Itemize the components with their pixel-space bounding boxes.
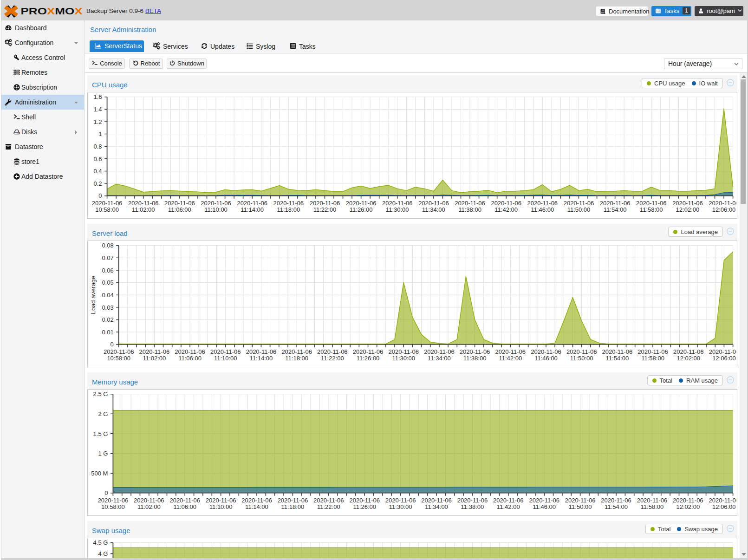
svg-text:11:22:00: 11:22:00 bbox=[321, 355, 344, 362]
svg-text:11:50:00: 11:50:00 bbox=[570, 355, 593, 362]
svg-text:11:30:00: 11:30:00 bbox=[386, 206, 409, 213]
svg-text:4.5 G: 4.5 G bbox=[93, 539, 108, 546]
svg-text:11:34:00: 11:34:00 bbox=[428, 355, 451, 362]
svg-text:11:34:00: 11:34:00 bbox=[422, 206, 445, 213]
svg-text:0.01: 0.01 bbox=[102, 329, 113, 336]
svg-text:11:14:00: 11:14:00 bbox=[241, 206, 264, 213]
svg-text:11:06:00: 11:06:00 bbox=[173, 503, 196, 510]
svg-text:11:58:00: 11:58:00 bbox=[641, 503, 664, 510]
svg-text:11:18:00: 11:18:00 bbox=[277, 206, 300, 213]
svg-text:12:06:00: 12:06:00 bbox=[712, 503, 736, 510]
svg-text:0.07: 0.07 bbox=[102, 254, 113, 261]
svg-text:11:42:00: 11:42:00 bbox=[494, 206, 518, 213]
svg-text:1.5 G: 1.5 G bbox=[93, 430, 108, 437]
svg-text:11:02:00: 11:02:00 bbox=[132, 206, 155, 213]
svg-text:2.5 G: 2.5 G bbox=[93, 391, 108, 397]
svg-text:11:10:00: 11:10:00 bbox=[214, 355, 237, 362]
svg-text:11:58:00: 11:58:00 bbox=[641, 355, 664, 362]
svg-text:0.08: 0.08 bbox=[102, 242, 113, 249]
svg-text:11:50:00: 11:50:00 bbox=[569, 503, 592, 510]
svg-text:0.6: 0.6 bbox=[94, 156, 102, 163]
svg-text:12:02:00: 12:02:00 bbox=[676, 503, 700, 510]
svg-text:11:58:00: 11:58:00 bbox=[640, 206, 663, 213]
svg-text:0.4: 0.4 bbox=[94, 168, 102, 175]
svg-text:11:22:00: 11:22:00 bbox=[313, 206, 337, 213]
svg-text:11:26:00: 11:26:00 bbox=[357, 355, 380, 362]
svg-text:11:30:00: 11:30:00 bbox=[389, 503, 412, 510]
svg-text:0: 0 bbox=[104, 489, 108, 496]
svg-text:11:14:00: 11:14:00 bbox=[250, 355, 273, 362]
svg-text:10:58:00: 10:58:00 bbox=[107, 355, 130, 362]
svg-text:Load average: Load average bbox=[90, 276, 97, 314]
svg-text:0.2: 0.2 bbox=[94, 180, 102, 187]
svg-text:11:02:00: 11:02:00 bbox=[137, 503, 161, 510]
svg-text:1: 1 bbox=[98, 130, 102, 137]
svg-text:0: 0 bbox=[98, 192, 102, 199]
svg-text:0.06: 0.06 bbox=[102, 267, 113, 274]
svg-text:0: 0 bbox=[110, 341, 113, 348]
svg-text:12:02:00: 12:02:00 bbox=[676, 355, 700, 362]
svg-text:11:46:00: 11:46:00 bbox=[534, 355, 558, 362]
svg-text:11:42:00: 11:42:00 bbox=[499, 355, 522, 362]
svg-text:11:38:00: 11:38:00 bbox=[463, 355, 487, 362]
svg-text:11:26:00: 11:26:00 bbox=[353, 503, 376, 510]
svg-text:11:18:00: 11:18:00 bbox=[285, 355, 308, 362]
svg-text:11:06:00: 11:06:00 bbox=[168, 206, 191, 213]
svg-text:11:14:00: 11:14:00 bbox=[245, 503, 268, 510]
svg-text:0.05: 0.05 bbox=[102, 279, 113, 286]
svg-text:11:22:00: 11:22:00 bbox=[317, 503, 340, 510]
svg-text:11:54:00: 11:54:00 bbox=[605, 503, 628, 510]
svg-text:11:38:00: 11:38:00 bbox=[461, 503, 484, 510]
svg-text:11:18:00: 11:18:00 bbox=[281, 503, 305, 510]
svg-text:11:46:00: 11:46:00 bbox=[531, 206, 554, 213]
svg-text:11:54:00: 11:54:00 bbox=[606, 355, 629, 362]
svg-text:0.8: 0.8 bbox=[94, 143, 102, 150]
svg-text:11:50:00: 11:50:00 bbox=[567, 206, 591, 213]
svg-text:11:10:00: 11:10:00 bbox=[204, 206, 228, 213]
svg-text:11:02:00: 11:02:00 bbox=[143, 355, 166, 362]
svg-text:0.02: 0.02 bbox=[102, 316, 113, 323]
svg-text:11:46:00: 11:46:00 bbox=[533, 503, 556, 510]
svg-text:12:02:00: 12:02:00 bbox=[676, 206, 700, 213]
svg-text:1 G: 1 G bbox=[98, 450, 108, 457]
svg-text:11:10:00: 11:10:00 bbox=[209, 503, 233, 510]
svg-text:12:06:00: 12:06:00 bbox=[712, 206, 736, 213]
svg-text:11:30:00: 11:30:00 bbox=[392, 355, 415, 362]
svg-text:10:58:00: 10:58:00 bbox=[101, 503, 125, 510]
svg-text:1.4: 1.4 bbox=[94, 106, 102, 113]
svg-text:11:38:00: 11:38:00 bbox=[458, 206, 481, 213]
svg-text:12:06:00: 12:06:00 bbox=[712, 355, 736, 362]
svg-text:PROXMOX: PROXMOX bbox=[21, 6, 83, 16]
svg-text:11:26:00: 11:26:00 bbox=[350, 206, 373, 213]
svg-text:4 G: 4 G bbox=[98, 550, 108, 557]
svg-text:11:06:00: 11:06:00 bbox=[178, 355, 202, 362]
svg-text:11:42:00: 11:42:00 bbox=[497, 503, 520, 510]
svg-text:0.03: 0.03 bbox=[102, 304, 113, 311]
svg-text:11:34:00: 11:34:00 bbox=[425, 503, 448, 510]
svg-text:1.2: 1.2 bbox=[94, 118, 102, 125]
svg-text:10:58:00: 10:58:00 bbox=[95, 206, 119, 213]
svg-text:0.04: 0.04 bbox=[102, 292, 113, 299]
svg-text:2 G: 2 G bbox=[98, 410, 108, 417]
svg-text:500 M: 500 M bbox=[91, 470, 108, 477]
svg-text:1.6: 1.6 bbox=[94, 93, 102, 100]
svg-text:11:54:00: 11:54:00 bbox=[604, 206, 627, 213]
